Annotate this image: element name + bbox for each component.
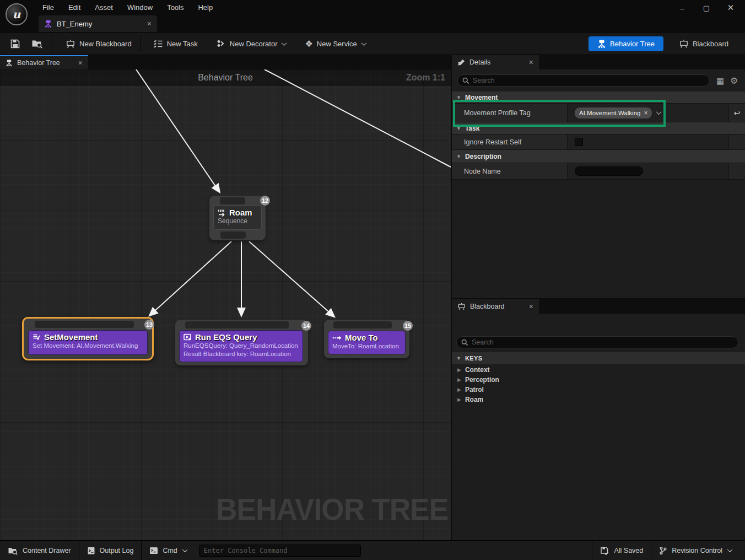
all-saved-label: All Saved	[614, 547, 643, 554]
reset-to-default-button[interactable]: ↩	[729, 104, 745, 122]
menu-file[interactable]: File	[35, 0, 61, 15]
tab-close-icon[interactable]: ×	[147, 20, 152, 28]
tab-close-icon[interactable]: ×	[529, 58, 533, 66]
ignore-restart-self-checkbox[interactable]	[575, 138, 583, 146]
node-subtitle: Set Movement: AI.Movement.Walking	[33, 342, 143, 350]
all-saved-button[interactable]: All Saved	[592, 541, 651, 560]
display-filter-icon[interactable]: ▦	[716, 76, 724, 86]
expand-arrow-icon[interactable]: ▶	[457, 397, 461, 402]
behavior-tree-icon	[44, 20, 52, 28]
search-icon	[462, 77, 469, 84]
new-blackboard-button[interactable]: New Blackboard	[60, 35, 137, 52]
minimize-button[interactable]: –	[672, 1, 692, 15]
easel-icon	[679, 39, 689, 49]
save-button[interactable]	[0, 35, 26, 52]
node-output-pin[interactable]	[220, 231, 246, 239]
node-roam[interactable]: 12 Roam Sequence	[209, 196, 266, 240]
collapse-arrow-icon: ▼	[456, 356, 461, 361]
chevron-down-icon	[182, 547, 187, 552]
node-order-badge: 12	[260, 196, 270, 206]
unreal-logo-icon[interactable]: u	[6, 3, 28, 25]
content-drawer-button[interactable]: Content Drawer	[0, 541, 79, 560]
details-tab[interactable]: Details ×	[452, 55, 539, 69]
revision-control-button[interactable]: Revision Control	[651, 541, 745, 560]
node-roam-body: Roam Sequence	[213, 206, 262, 230]
expand-arrow-icon[interactable]: ▶	[457, 367, 461, 373]
property-value	[568, 163, 728, 179]
node-runeqsquery-body: Run EQS Query RunEQSQuery: Query_RandomL…	[179, 330, 303, 362]
expand-arrow-icon[interactable]: ▶	[457, 387, 461, 392]
node-subtitle-line1: RunEQSQuery: Query_RandomLocation	[183, 342, 299, 350]
unreal-editor-window: u File Edit Asset Window Tools Help – ▢ …	[0, 0, 745, 560]
node-name-input[interactable]	[575, 166, 643, 176]
cmd-dropdown-button[interactable]: Cmd	[142, 541, 194, 560]
key-label: Context	[465, 366, 490, 374]
graph-tabstrip: Behavior Tree ×	[0, 55, 451, 69]
close-button[interactable]: ✕	[721, 1, 741, 15]
blackboard-search-input[interactable]	[472, 338, 733, 346]
content-drawer-label: Content Drawer	[23, 547, 71, 554]
graph-canvas[interactable]: Behavior Tree Zoom 1:1	[0, 69, 451, 540]
node-runeqsquery[interactable]: 14 Run EQS Query RunEQSQuery: Query_Rand…	[175, 320, 308, 365]
new-service-button[interactable]: ❖ New Service	[299, 35, 371, 52]
toolbar-separator	[52, 35, 52, 52]
keys-section-header[interactable]: ▼ KEYS	[452, 352, 745, 364]
save-icon	[10, 39, 20, 49]
output-log-button[interactable]: Output Log	[79, 541, 142, 560]
node-setmovement[interactable]: 13 SetMovement Set Movement: AI.Movement…	[22, 317, 154, 360]
task-icon	[33, 333, 41, 341]
output-log-label: Output Log	[100, 547, 134, 554]
node-input-pin[interactable]	[35, 321, 134, 328]
folder-search-icon	[8, 546, 18, 555]
graph-tab[interactable]: Behavior Tree ×	[0, 55, 88, 69]
key-label: Perception	[465, 376, 499, 384]
editor-mode-switch: Behavior Tree Blackboard	[589, 36, 734, 51]
tab-close-icon[interactable]: ×	[78, 59, 83, 67]
main-area: Behavior Tree × Behavior Tree Zoom 1:1	[0, 55, 745, 540]
category-label: Description	[465, 153, 501, 160]
details-search[interactable]	[457, 74, 710, 87]
key-row-perception[interactable]: ▶ Perception	[452, 375, 745, 385]
blackboard-search[interactable]	[456, 336, 738, 348]
tab-close-icon[interactable]: ×	[529, 303, 533, 310]
node-moveto[interactable]: 15 Move To MoveTo: RoamLocation	[324, 320, 409, 358]
key-row-context[interactable]: ▶ Context	[452, 365, 745, 375]
node-subtitle: Sequence	[218, 217, 257, 226]
menu-asset[interactable]: Asset	[88, 0, 120, 15]
graph-watermark: BEHAVIOR TREE	[216, 491, 448, 527]
maximize-button[interactable]: ▢	[697, 1, 716, 15]
menu-edit[interactable]: Edit	[61, 0, 88, 15]
main-toolbar: New Blackboard New Task New Decorator ❖ …	[0, 32, 745, 55]
behavior-tree-icon	[597, 40, 606, 49]
new-blackboard-label: New Blackboard	[79, 40, 132, 48]
blackboard-mode-button[interactable]: Blackboard	[673, 36, 734, 51]
new-decorator-button[interactable]: New Decorator	[211, 35, 292, 52]
move-to-icon	[332, 335, 342, 341]
row-ignore-restart-self: Ignore Restart Self	[452, 134, 745, 150]
tab-bt-enemy[interactable]: BT_Enemy ×	[39, 15, 157, 32]
console-command-input[interactable]	[199, 545, 361, 557]
graph-tab-label: Behavior Tree	[17, 59, 74, 67]
menu-help[interactable]: Help	[191, 0, 220, 15]
right-panel-column: Details × ▦ ⚙ ▼ Movement	[452, 55, 745, 540]
title-bar: u File Edit Asset Window Tools Help – ▢ …	[0, 0, 745, 15]
details-search-input[interactable]	[473, 77, 705, 84]
category-description[interactable]: ▼ Description	[452, 150, 745, 163]
node-input-pin[interactable]	[333, 321, 392, 329]
node-order-badge: 13	[144, 320, 154, 330]
new-task-button[interactable]: New Task	[148, 35, 203, 52]
menu-tools[interactable]: Tools	[160, 0, 191, 15]
node-input-pin[interactable]	[185, 321, 289, 329]
browse-asset-button[interactable]	[26, 35, 48, 52]
behavior-tree-mode-button[interactable]: Behavior Tree	[589, 36, 663, 51]
row-right-cell	[729, 134, 745, 149]
settings-gear-icon[interactable]: ⚙	[730, 76, 738, 86]
sequence-icon	[218, 209, 226, 217]
expand-arrow-icon[interactable]: ▶	[457, 377, 461, 383]
node-input-pin[interactable]	[220, 197, 245, 204]
behavior-tree-icon	[6, 60, 13, 67]
blackboard-tab[interactable]: Blackboard ×	[452, 299, 539, 314]
key-row-patrol[interactable]: ▶ Patrol	[452, 385, 745, 395]
key-row-roam[interactable]: ▶ Roam	[452, 395, 745, 405]
menu-window[interactable]: Window	[120, 0, 160, 15]
